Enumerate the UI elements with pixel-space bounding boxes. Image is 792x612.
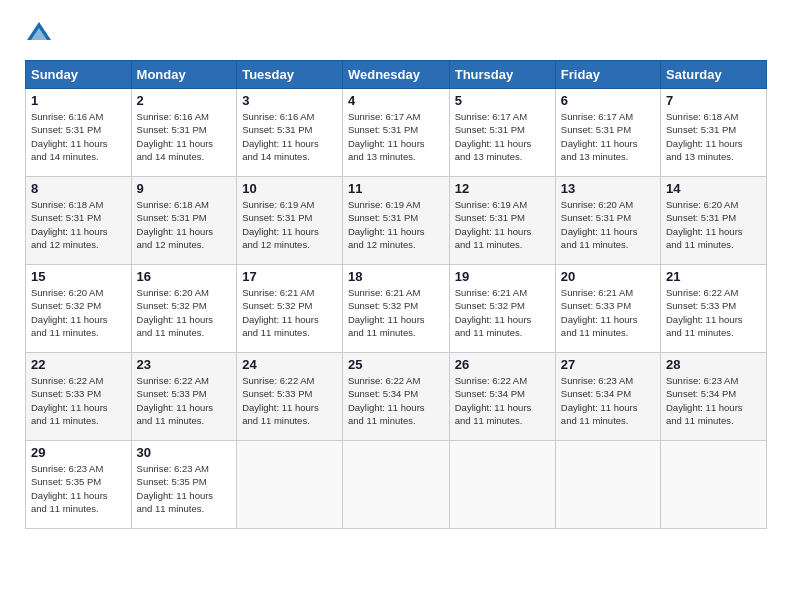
day-number: 4	[348, 93, 444, 108]
day-info: Sunrise: 6:18 AMSunset: 5:31 PMDaylight:…	[31, 198, 126, 251]
day-info: Sunrise: 6:22 AMSunset: 5:33 PMDaylight:…	[242, 374, 337, 427]
day-info: Sunrise: 6:20 AMSunset: 5:32 PMDaylight:…	[31, 286, 126, 339]
calendar-cell: 22Sunrise: 6:22 AMSunset: 5:33 PMDayligh…	[26, 353, 132, 441]
day-number: 3	[242, 93, 337, 108]
calendar-cell: 5Sunrise: 6:17 AMSunset: 5:31 PMDaylight…	[449, 89, 555, 177]
day-info: Sunrise: 6:21 AMSunset: 5:32 PMDaylight:…	[348, 286, 444, 339]
col-header-wednesday: Wednesday	[342, 61, 449, 89]
page: SundayMondayTuesdayWednesdayThursdayFrid…	[0, 0, 792, 612]
day-info: Sunrise: 6:22 AMSunset: 5:33 PMDaylight:…	[31, 374, 126, 427]
col-header-tuesday: Tuesday	[237, 61, 343, 89]
day-info: Sunrise: 6:22 AMSunset: 5:33 PMDaylight:…	[137, 374, 232, 427]
day-number: 13	[561, 181, 655, 196]
day-number: 29	[31, 445, 126, 460]
col-header-monday: Monday	[131, 61, 237, 89]
day-number: 16	[137, 269, 232, 284]
calendar-cell: 29Sunrise: 6:23 AMSunset: 5:35 PMDayligh…	[26, 441, 132, 529]
day-number: 7	[666, 93, 761, 108]
calendar-cell: 13Sunrise: 6:20 AMSunset: 5:31 PMDayligh…	[555, 177, 660, 265]
day-info: Sunrise: 6:23 AMSunset: 5:35 PMDaylight:…	[137, 462, 232, 515]
day-number: 19	[455, 269, 550, 284]
calendar-cell: 24Sunrise: 6:22 AMSunset: 5:33 PMDayligh…	[237, 353, 343, 441]
calendar-cell: 16Sunrise: 6:20 AMSunset: 5:32 PMDayligh…	[131, 265, 237, 353]
calendar-cell: 7Sunrise: 6:18 AMSunset: 5:31 PMDaylight…	[661, 89, 767, 177]
calendar-cell: 11Sunrise: 6:19 AMSunset: 5:31 PMDayligh…	[342, 177, 449, 265]
logo-icon	[25, 20, 53, 48]
day-number: 18	[348, 269, 444, 284]
calendar-cell	[555, 441, 660, 529]
calendar-cell: 19Sunrise: 6:21 AMSunset: 5:32 PMDayligh…	[449, 265, 555, 353]
day-number: 28	[666, 357, 761, 372]
day-info: Sunrise: 6:20 AMSunset: 5:32 PMDaylight:…	[137, 286, 232, 339]
calendar-cell: 18Sunrise: 6:21 AMSunset: 5:32 PMDayligh…	[342, 265, 449, 353]
day-info: Sunrise: 6:20 AMSunset: 5:31 PMDaylight:…	[561, 198, 655, 251]
calendar-cell: 25Sunrise: 6:22 AMSunset: 5:34 PMDayligh…	[342, 353, 449, 441]
day-number: 11	[348, 181, 444, 196]
calendar: SundayMondayTuesdayWednesdayThursdayFrid…	[25, 60, 767, 529]
calendar-cell: 14Sunrise: 6:20 AMSunset: 5:31 PMDayligh…	[661, 177, 767, 265]
calendar-cell: 30Sunrise: 6:23 AMSunset: 5:35 PMDayligh…	[131, 441, 237, 529]
day-number: 21	[666, 269, 761, 284]
day-number: 12	[455, 181, 550, 196]
day-info: Sunrise: 6:21 AMSunset: 5:32 PMDaylight:…	[242, 286, 337, 339]
day-info: Sunrise: 6:22 AMSunset: 5:34 PMDaylight:…	[455, 374, 550, 427]
day-number: 30	[137, 445, 232, 460]
day-info: Sunrise: 6:23 AMSunset: 5:34 PMDaylight:…	[666, 374, 761, 427]
day-number: 27	[561, 357, 655, 372]
day-info: Sunrise: 6:16 AMSunset: 5:31 PMDaylight:…	[242, 110, 337, 163]
day-info: Sunrise: 6:21 AMSunset: 5:32 PMDaylight:…	[455, 286, 550, 339]
day-number: 2	[137, 93, 232, 108]
day-number: 14	[666, 181, 761, 196]
col-header-saturday: Saturday	[661, 61, 767, 89]
calendar-week-2: 8Sunrise: 6:18 AMSunset: 5:31 PMDaylight…	[26, 177, 767, 265]
calendar-cell: 1Sunrise: 6:16 AMSunset: 5:31 PMDaylight…	[26, 89, 132, 177]
calendar-cell	[661, 441, 767, 529]
day-number: 5	[455, 93, 550, 108]
calendar-cell: 15Sunrise: 6:20 AMSunset: 5:32 PMDayligh…	[26, 265, 132, 353]
day-info: Sunrise: 6:16 AMSunset: 5:31 PMDaylight:…	[137, 110, 232, 163]
day-number: 23	[137, 357, 232, 372]
day-info: Sunrise: 6:16 AMSunset: 5:31 PMDaylight:…	[31, 110, 126, 163]
day-info: Sunrise: 6:19 AMSunset: 5:31 PMDaylight:…	[455, 198, 550, 251]
calendar-cell: 8Sunrise: 6:18 AMSunset: 5:31 PMDaylight…	[26, 177, 132, 265]
day-info: Sunrise: 6:21 AMSunset: 5:33 PMDaylight:…	[561, 286, 655, 339]
day-info: Sunrise: 6:17 AMSunset: 5:31 PMDaylight:…	[455, 110, 550, 163]
calendar-header-row: SundayMondayTuesdayWednesdayThursdayFrid…	[26, 61, 767, 89]
calendar-week-3: 15Sunrise: 6:20 AMSunset: 5:32 PMDayligh…	[26, 265, 767, 353]
day-number: 17	[242, 269, 337, 284]
day-number: 15	[31, 269, 126, 284]
day-number: 25	[348, 357, 444, 372]
day-number: 24	[242, 357, 337, 372]
calendar-cell: 28Sunrise: 6:23 AMSunset: 5:34 PMDayligh…	[661, 353, 767, 441]
day-number: 26	[455, 357, 550, 372]
calendar-cell	[237, 441, 343, 529]
calendar-cell: 6Sunrise: 6:17 AMSunset: 5:31 PMDaylight…	[555, 89, 660, 177]
calendar-cell: 27Sunrise: 6:23 AMSunset: 5:34 PMDayligh…	[555, 353, 660, 441]
day-number: 10	[242, 181, 337, 196]
col-header-friday: Friday	[555, 61, 660, 89]
calendar-cell: 12Sunrise: 6:19 AMSunset: 5:31 PMDayligh…	[449, 177, 555, 265]
calendar-cell: 3Sunrise: 6:16 AMSunset: 5:31 PMDaylight…	[237, 89, 343, 177]
calendar-cell: 2Sunrise: 6:16 AMSunset: 5:31 PMDaylight…	[131, 89, 237, 177]
header	[25, 20, 767, 48]
logo	[25, 20, 57, 48]
day-number: 1	[31, 93, 126, 108]
day-number: 6	[561, 93, 655, 108]
day-info: Sunrise: 6:22 AMSunset: 5:34 PMDaylight:…	[348, 374, 444, 427]
day-info: Sunrise: 6:17 AMSunset: 5:31 PMDaylight:…	[348, 110, 444, 163]
day-info: Sunrise: 6:19 AMSunset: 5:31 PMDaylight:…	[242, 198, 337, 251]
day-number: 9	[137, 181, 232, 196]
day-number: 8	[31, 181, 126, 196]
calendar-cell: 26Sunrise: 6:22 AMSunset: 5:34 PMDayligh…	[449, 353, 555, 441]
day-number: 20	[561, 269, 655, 284]
day-info: Sunrise: 6:17 AMSunset: 5:31 PMDaylight:…	[561, 110, 655, 163]
day-number: 22	[31, 357, 126, 372]
day-info: Sunrise: 6:22 AMSunset: 5:33 PMDaylight:…	[666, 286, 761, 339]
day-info: Sunrise: 6:23 AMSunset: 5:35 PMDaylight:…	[31, 462, 126, 515]
day-info: Sunrise: 6:18 AMSunset: 5:31 PMDaylight:…	[137, 198, 232, 251]
day-info: Sunrise: 6:23 AMSunset: 5:34 PMDaylight:…	[561, 374, 655, 427]
calendar-week-4: 22Sunrise: 6:22 AMSunset: 5:33 PMDayligh…	[26, 353, 767, 441]
calendar-week-5: 29Sunrise: 6:23 AMSunset: 5:35 PMDayligh…	[26, 441, 767, 529]
calendar-cell: 23Sunrise: 6:22 AMSunset: 5:33 PMDayligh…	[131, 353, 237, 441]
day-info: Sunrise: 6:20 AMSunset: 5:31 PMDaylight:…	[666, 198, 761, 251]
